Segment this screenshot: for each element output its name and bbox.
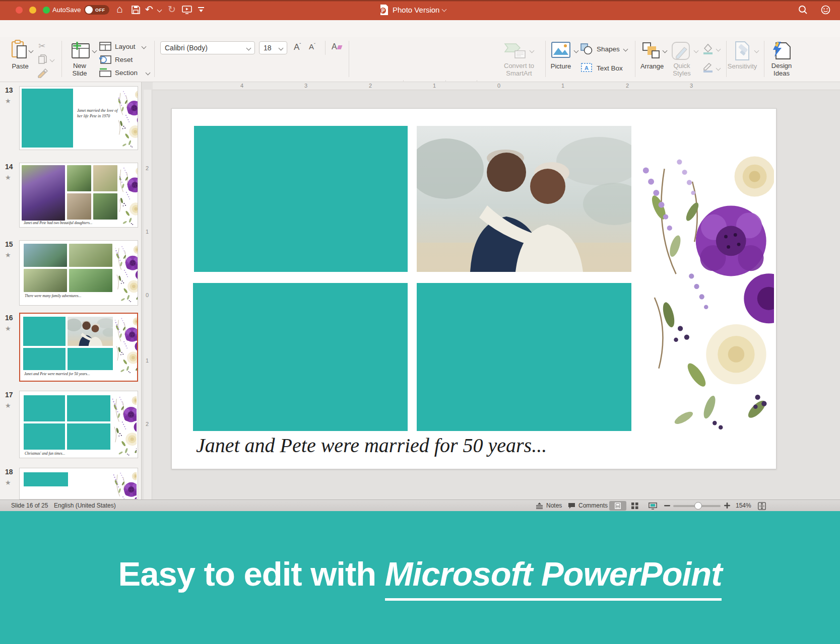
- banner-emphasis: Microsoft PowerPoint: [385, 554, 722, 601]
- thumb-caption: Christmas' and fun times...: [25, 451, 65, 456]
- design-ideas-icon[interactable]: [771, 41, 791, 61]
- slide-editing-surface[interactable]: Janet and Pete were married for 50 years…: [171, 108, 777, 469]
- thumb-caption: There were many family adventures...: [25, 294, 81, 298]
- clear-format-button[interactable]: A: [332, 42, 342, 51]
- photo-placeholder-2[interactable]: [193, 283, 408, 431]
- shape-outline-icon[interactable]: [702, 62, 714, 73]
- couple-photo[interactable]: [417, 126, 631, 272]
- zoom-percentage[interactable]: 154%: [736, 502, 751, 509]
- flowers-decoration: [115, 243, 138, 303]
- thumb-number: 15: [5, 240, 13, 248]
- thumb13-slide-text: Janet married the love of her life Pete …: [77, 108, 118, 119]
- format-painter-icon[interactable]: [37, 68, 48, 78]
- arrange-label[interactable]: Arrange: [638, 62, 666, 70]
- shape-fill-icon[interactable]: [702, 43, 714, 54]
- font-name-value: Calibri (Body): [165, 44, 208, 52]
- photo-placeholder-3[interactable]: [417, 283, 631, 431]
- thumbnail-panel: 13 ★ Janet married the love of her life …: [0, 82, 142, 499]
- quick-styles-icon: [671, 41, 692, 60]
- smartart-chevron-icon[interactable]: [530, 48, 535, 53]
- slide-thumbnail-15[interactable]: There were many family adventures...: [19, 240, 138, 306]
- slideshow-view-icon[interactable]: [649, 503, 657, 510]
- cut-icon[interactable]: ✂: [38, 41, 45, 51]
- slide-thumbnail-13[interactable]: Janet married the love of her life Pete …: [19, 86, 138, 150]
- slide-thumbnail-14[interactable]: Janet and Pete had two beautiful daughte…: [19, 163, 138, 228]
- slide-thumbnail-18[interactable]: [19, 468, 138, 499]
- font-name-select[interactable]: Calibri (Body): [160, 41, 255, 54]
- shapes-icon[interactable]: [580, 43, 593, 54]
- zoom-window-button[interactable]: [43, 7, 50, 14]
- font-size-value: 18: [264, 44, 272, 52]
- picture-icon[interactable]: [551, 42, 570, 58]
- layout-chevron-icon[interactable]: [142, 44, 147, 49]
- layout-label[interactable]: Layout: [115, 43, 136, 50]
- arrange-icon[interactable]: [642, 42, 660, 60]
- new-slide-menu-chevron-icon[interactable]: [92, 48, 97, 53]
- slide-thumbnail-16-selected[interactable]: Janet and Pete were married for 50 years…: [19, 313, 138, 382]
- grow-font-button[interactable]: Aˆ: [294, 42, 301, 52]
- text-box-icon[interactable]: A: [580, 62, 593, 73]
- thumb-number: 14: [5, 163, 13, 171]
- ribbon-tab-row: Home Insert Draw Design Transitions Anim…: [0, 20, 840, 37]
- undo-menu-chevron-icon[interactable]: [157, 8, 162, 13]
- section-label[interactable]: Section: [115, 69, 138, 77]
- copy-menu-chevron-icon[interactable]: [50, 57, 55, 62]
- flowers-decoration: [119, 164, 138, 226]
- notes-button[interactable]: Notes: [546, 502, 562, 509]
- horizontal-ruler: 4 3 2 1 0 1 2 3: [153, 82, 840, 90]
- minimize-button[interactable]: [29, 7, 36, 14]
- close-button[interactable]: [16, 7, 23, 14]
- section-icon[interactable]: [99, 68, 111, 77]
- slide-sorter-view-icon[interactable]: [631, 503, 638, 509]
- quick-styles-chevron-icon[interactable]: [694, 48, 699, 53]
- title-menu-chevron-icon[interactable]: [442, 7, 447, 12]
- home-icon[interactable]: ⌂: [116, 3, 123, 15]
- undo-icon[interactable]: ↶: [145, 4, 153, 15]
- comments-status-icon: [568, 503, 575, 509]
- present-icon[interactable]: [182, 6, 192, 14]
- animation-star-icon: ★: [5, 97, 11, 105]
- paste-label: Paste: [7, 62, 33, 70]
- thumb-caption: Janet and Pete were married for 50 years…: [24, 372, 90, 376]
- reset-label[interactable]: Reset: [115, 56, 133, 63]
- redo-icon[interactable]: ↻: [168, 4, 176, 15]
- design-ideas-label[interactable]: DesignIdeas: [769, 62, 794, 77]
- section-chevron-icon[interactable]: [146, 70, 151, 76]
- fit-to-window-icon[interactable]: [758, 502, 766, 510]
- language-indicator[interactable]: English (United States): [54, 502, 116, 509]
- text-box-label[interactable]: Text Box: [597, 64, 623, 72]
- customize-toolbar-icon[interactable]: [198, 7, 205, 13]
- font-size-select[interactable]: 18: [259, 41, 287, 54]
- search-icon[interactable]: [798, 5, 808, 15]
- normal-view-button[interactable]: [609, 501, 626, 511]
- svg-text:P: P: [381, 8, 385, 14]
- thumb-number: 13: [5, 86, 13, 94]
- sensitivity-label: Sensitivity: [726, 62, 759, 70]
- slide-caption-text[interactable]: Janet and Pete were married for 50 years…: [196, 434, 547, 457]
- comments-status-button[interactable]: Comments: [578, 502, 608, 509]
- slide-counter: Slide 16 of 25: [11, 502, 48, 509]
- save-icon[interactable]: [132, 6, 140, 14]
- flowers-decoration: [113, 469, 137, 499]
- shape-outline-chevron-icon[interactable]: [716, 66, 721, 71]
- autosave-toggle[interactable]: OFF: [84, 5, 109, 15]
- shape-fill-chevron-icon[interactable]: [716, 47, 721, 52]
- zoom-in-icon[interactable]: [724, 503, 730, 509]
- photo-placeholder-1[interactable]: [194, 126, 408, 272]
- picture-chevron-icon[interactable]: [574, 48, 579, 53]
- shapes-chevron-icon[interactable]: [623, 47, 628, 52]
- layout-icon[interactable]: [99, 42, 111, 51]
- shrink-font-button[interactable]: Aˇ: [309, 42, 315, 51]
- feedback-smiley-icon[interactable]: [821, 5, 830, 15]
- zoom-out-icon[interactable]: [664, 505, 670, 507]
- copy-icon[interactable]: [38, 54, 47, 64]
- slide-thumbnail-17[interactable]: Christmas' and fun times...: [19, 391, 138, 458]
- sensitivity-chevron-icon[interactable]: [754, 48, 759, 53]
- picture-label[interactable]: Picture: [548, 62, 573, 70]
- arrange-chevron-icon[interactable]: [663, 48, 668, 53]
- new-slide-icon[interactable]: [68, 41, 90, 59]
- reset-icon[interactable]: [99, 55, 111, 64]
- animation-star-icon: ★: [5, 402, 11, 409]
- shapes-label[interactable]: Shapes: [597, 45, 620, 53]
- zoom-slider-knob[interactable]: [694, 502, 702, 510]
